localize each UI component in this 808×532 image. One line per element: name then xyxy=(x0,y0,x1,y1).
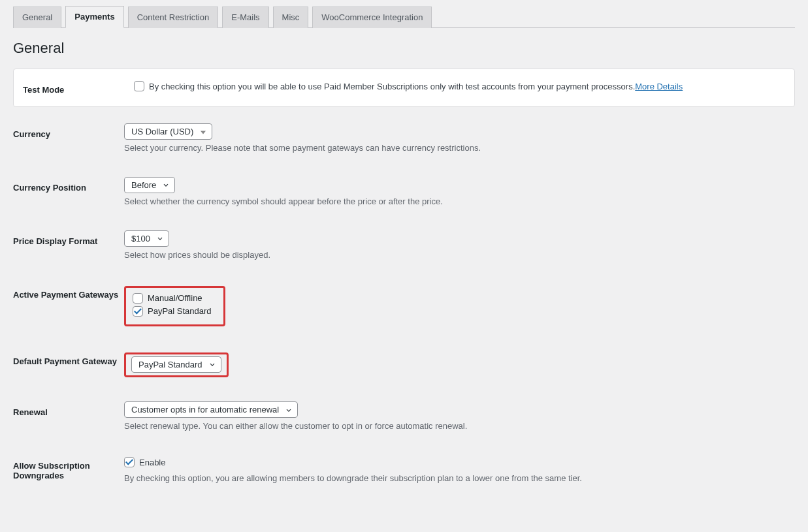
desc-renewal: Select renewal type. You can either allo… xyxy=(124,421,795,431)
label-downgrades: Allow Subscription Downgrades xyxy=(13,457,124,480)
checkbox-gateway-manual[interactable] xyxy=(133,293,143,304)
checkbox-test-mode[interactable] xyxy=(134,81,144,91)
link-more-details[interactable]: More Details xyxy=(635,82,683,91)
tab-payments[interactable]: Payments xyxy=(65,6,123,28)
select-renewal[interactable]: Customer opts in for automatic renewal xyxy=(124,401,298,418)
gateway-item-paypal: PayPal Standard xyxy=(133,306,212,317)
tab-content-restriction[interactable]: Content Restriction xyxy=(128,7,219,28)
payments-form: Test Mode By checking this option you wi… xyxy=(13,69,795,497)
gateway-label-paypal: PayPal Standard xyxy=(148,306,212,316)
row-price-display: Price Display Format $100 Select how pri… xyxy=(13,221,795,274)
row-downgrades: Allow Subscription Downgrades Enable By … xyxy=(13,445,795,497)
row-currency: Currency US Dollar (USD) Select your cur… xyxy=(13,114,795,167)
label-active-gateways: Active Payment Gateways xyxy=(13,286,124,300)
label-default-gateway: Default Payment Gateway xyxy=(13,352,124,366)
row-active-gateways: Active Payment Gateways Manual/Offline P… xyxy=(13,274,795,341)
checkbox-enable-downgrades[interactable] xyxy=(124,457,135,467)
checkbox-gateway-paypal[interactable] xyxy=(133,306,143,317)
label-renewal: Renewal xyxy=(13,403,124,417)
highlight-default-gateway: PayPal Standard xyxy=(124,352,229,378)
section-heading: General xyxy=(13,40,795,57)
desc-currency: Select your currency. Please note that s… xyxy=(124,143,795,153)
row-renewal: Renewal Customer opts in for automatic r… xyxy=(13,392,795,445)
select-currency-position[interactable]: Before xyxy=(124,177,175,193)
tab-emails[interactable]: E-Mails xyxy=(222,7,268,28)
highlight-active-gateways: Manual/Offline PayPal Standard xyxy=(124,286,225,326)
label-currency: Currency xyxy=(13,125,124,139)
select-default-gateway[interactable]: PayPal Standard xyxy=(131,356,221,373)
label-enable: Enable xyxy=(139,458,165,467)
select-currency[interactable]: US Dollar (USD) xyxy=(124,123,212,140)
tab-general[interactable]: General xyxy=(13,7,61,28)
settings-tabs: General Payments Content Restriction E-M… xyxy=(13,0,795,28)
select-price-display[interactable]: $100 xyxy=(124,230,169,247)
desc-price-display: Select how prices should be displayed. xyxy=(124,250,795,260)
row-currency-position: Currency Position Before Select whether … xyxy=(13,167,795,221)
desc-currency-position: Select whether the currency symbol shoul… xyxy=(124,196,795,206)
gateway-label-manual: Manual/Offline xyxy=(148,293,202,303)
label-test-mode: Test Mode xyxy=(23,81,134,95)
row-default-gateway: Default Payment Gateway PayPal Standard xyxy=(13,341,795,392)
label-price-display: Price Display Format xyxy=(13,232,124,246)
row-test-mode: Test Mode By checking this option you wi… xyxy=(13,69,795,107)
tab-woocommerce-integration[interactable]: WooCommerce Integration xyxy=(312,7,432,28)
label-currency-position: Currency Position xyxy=(13,179,124,193)
desc-test-mode: By checking this option you will be able… xyxy=(149,82,635,91)
tab-misc[interactable]: Misc xyxy=(273,7,309,28)
desc-downgrades: By checking this option, you are allowin… xyxy=(124,473,795,483)
gateway-item-manual: Manual/Offline xyxy=(133,293,212,304)
